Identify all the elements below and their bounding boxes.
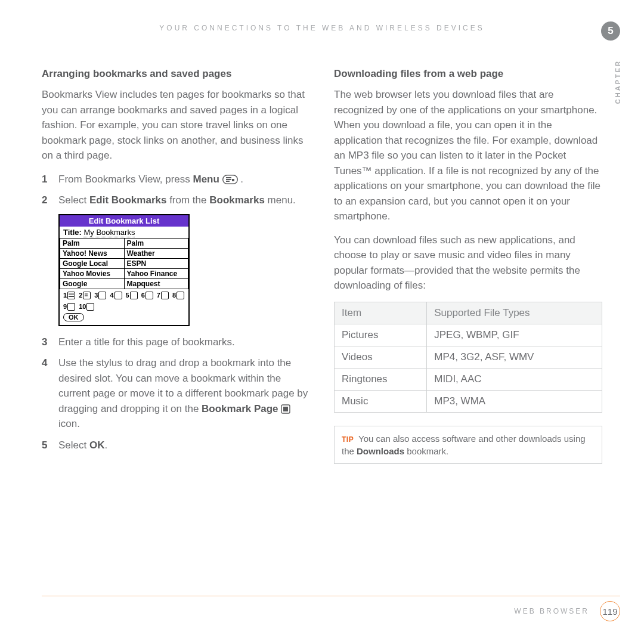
bookmark-page-3[interactable]: 3: [94, 292, 106, 299]
widget-title: Edit Bookmark List: [60, 215, 188, 227]
bookmark-cell[interactable]: Yahoo! News: [60, 249, 125, 259]
bookmark-cell[interactable]: Weather: [125, 249, 189, 259]
left-column: Arranging bookmarks and saved pages Book…: [42, 68, 310, 464]
step-5: Select OK.: [42, 438, 310, 453]
menu-icon: [222, 175, 238, 184]
ok-button[interactable]: OK: [63, 313, 84, 321]
table-row: MusicMP3, WMA: [335, 390, 602, 412]
bookmark-page-2[interactable]: 2: [79, 292, 91, 299]
bookmark-cell[interactable]: Mapquest: [125, 279, 189, 289]
table-row: VideosMP4, 3G2, ASF, WMV: [335, 346, 602, 368]
bookmark-page-7[interactable]: 7: [157, 292, 169, 299]
chapter-number-badge: 5: [601, 21, 620, 41]
widget-title-value[interactable]: My Bookmarks: [83, 228, 135, 237]
page-number: 119: [600, 601, 620, 621]
svg-rect-1: [226, 177, 231, 178]
bookmark-cell[interactable]: Google: [60, 279, 125, 289]
col-types: Supported File Types: [427, 302, 602, 324]
bookmark-cell[interactable]: Yahoo Movies: [60, 269, 125, 279]
footer-label: WEB BROWSER: [514, 607, 589, 615]
step-1-tail: .: [238, 174, 243, 185]
bookmark-page-4[interactable]: 4: [110, 292, 122, 299]
steps-list: From Bookmarks View, press Menu . Select…: [42, 172, 310, 208]
svg-rect-4: [232, 179, 234, 181]
bookmark-page-6[interactable]: 6: [141, 292, 153, 299]
footer: WEB BROWSER 119: [42, 596, 620, 621]
chapter-side-label: CHAPTER: [614, 60, 621, 104]
col-item: Item: [335, 302, 427, 324]
edit-bookmark-list-widget: Edit Bookmark List Title: My Bookmarks P…: [58, 214, 190, 326]
table-row: RingtonesMIDI, AAC: [335, 368, 602, 390]
svg-rect-2: [226, 179, 231, 180]
right-p1: The web browser lets you download files …: [334, 87, 602, 224]
right-column: Downloading files from a web page The we…: [334, 68, 602, 464]
tip-box: TIP You can also access software and oth…: [334, 426, 602, 464]
file-types-table: Item Supported File Types PicturesJPEG, …: [334, 302, 602, 413]
left-intro: Bookmarks View includes ten pages for bo…: [42, 87, 310, 163]
svg-rect-8: [283, 407, 288, 411]
tip-label: TIP: [342, 435, 354, 444]
left-heading: Arranging bookmarks and saved pages: [42, 68, 310, 80]
bookmark-page-9[interactable]: 9: [63, 303, 75, 311]
bookmark-cell[interactable]: Google Local: [60, 259, 125, 269]
step-1: From Bookmarks View, press Menu .: [42, 172, 310, 187]
bookmark-cell[interactable]: Palm: [60, 239, 125, 249]
svg-rect-3: [226, 181, 230, 182]
right-p2: You can download files such as new appli…: [334, 233, 602, 293]
bookmark-page-8[interactable]: 8: [172, 292, 184, 299]
widget-subtitle: Title: My Bookmarks: [60, 227, 188, 238]
bookmark-cell[interactable]: Yahoo Finance: [125, 269, 189, 279]
step-1-text: From Bookmarks View, press: [58, 174, 193, 185]
bookmark-page-10[interactable]: 10: [79, 303, 94, 311]
bookmark-page-1[interactable]: 1: [63, 292, 75, 299]
step-4: Use the stylus to drag and drop a bookma…: [42, 355, 310, 432]
step-1-menu-word: Menu: [193, 174, 219, 185]
bookmark-cell[interactable]: ESPN: [125, 259, 189, 269]
step-3: Enter a title for this page of bookmarks…: [42, 335, 310, 350]
step-2: Select Edit Bookmarks from the Bookmarks…: [42, 193, 310, 208]
steps-list-cont: Enter a title for this page of bookmarks…: [42, 335, 310, 453]
table-row: PicturesJPEG, WBMP, GIF: [335, 324, 602, 346]
widget-grid: PalmPalm Yahoo! NewsWeather Google Local…: [60, 238, 188, 289]
bookmark-page-5[interactable]: 5: [126, 292, 138, 299]
right-heading: Downloading files from a web page: [334, 68, 602, 80]
widget-pages: 1 2 3 4 5 6 7 8 9 10: [60, 289, 188, 312]
bookmark-page-icon: [281, 404, 290, 414]
bookmark-cell[interactable]: Palm: [125, 239, 189, 249]
running-header: YOUR CONNECTIONS TO THE WEB AND WIRELESS…: [42, 24, 602, 32]
